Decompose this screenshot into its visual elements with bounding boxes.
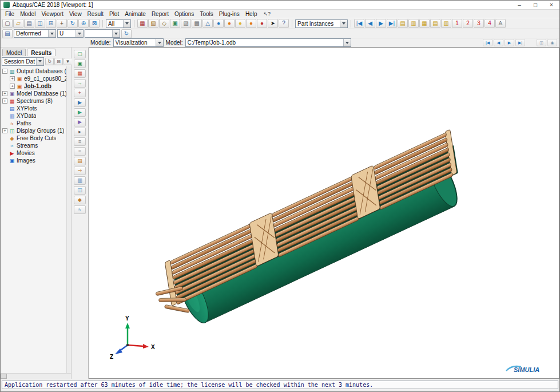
field-output-table-icon[interactable]: ▤ bbox=[398, 19, 408, 28]
primary-variable-combobox[interactable]: U bbox=[57, 29, 84, 38]
menu-options[interactable]: Options bbox=[172, 11, 197, 17]
tree-paths[interactable]: ≈ Paths bbox=[1, 120, 66, 127]
tile-viewports-icon[interactable]: ⊞ bbox=[46, 19, 56, 28]
sync-odb-button[interactable]: ↻ bbox=[121, 29, 132, 38]
context-help-icon[interactable]: ↖? bbox=[263, 11, 271, 17]
tree-expander-icon[interactable] bbox=[2, 151, 7, 156]
menu-viewport[interactable]: Viewport bbox=[38, 11, 66, 17]
view-3-button[interactable]: 3 bbox=[474, 19, 484, 28]
tree-vertical-scrollbar[interactable] bbox=[66, 66, 71, 373]
tab-model[interactable]: Model bbox=[2, 49, 26, 56]
user-views-button[interactable]: ♙ bbox=[495, 19, 506, 28]
viewport-canvas[interactable]: Y X Z bbox=[89, 48, 559, 379]
display-group-combobox[interactable]: Part instances bbox=[295, 19, 348, 28]
tree-collapse-button[interactable]: ⊟ bbox=[54, 58, 63, 65]
history-output-table-icon[interactable]: ▥ bbox=[408, 19, 419, 28]
tree-expander-icon[interactable] bbox=[2, 158, 7, 163]
info-button[interactable]: ● bbox=[213, 19, 224, 28]
dropdown-arrow-icon[interactable] bbox=[48, 30, 55, 37]
pan-view-icon[interactable]: + bbox=[57, 19, 67, 28]
tree-spectrums[interactable]: + ▦ Spectrums (8) bbox=[1, 97, 66, 105]
contour-options-icon[interactable]: ▤ bbox=[74, 157, 86, 165]
select-entities-icon[interactable]: ▦ bbox=[137, 19, 148, 28]
menu-help[interactable]: Help bbox=[243, 11, 260, 17]
previous-image-button[interactable]: ◀ bbox=[494, 39, 503, 46]
dropdown-arrow-icon[interactable] bbox=[36, 58, 43, 65]
tree-free-body-cuts[interactable]: ◆ Free Body Cuts bbox=[1, 134, 66, 142]
tree-streams[interactable]: ≈ Streams bbox=[1, 142, 66, 149]
plot-contours-icon[interactable]: ▦ bbox=[74, 69, 86, 78]
color-code-orange-icon[interactable]: ● bbox=[224, 19, 235, 28]
minimize-button[interactable]: – bbox=[511, 1, 527, 9]
plot-undeformed-icon[interactable]: ▢ bbox=[74, 50, 86, 58]
common-options-icon[interactable]: ≡ bbox=[74, 137, 86, 146]
tree-expander-icon[interactable]: + bbox=[2, 128, 7, 133]
plot-state-combobox[interactable]: Deformed bbox=[14, 29, 56, 38]
tree-expander-icon[interactable] bbox=[2, 143, 7, 148]
module-combobox[interactable]: Visualization bbox=[113, 38, 164, 47]
view-1-button[interactable]: 1 bbox=[452, 19, 462, 28]
tree-expander-icon[interactable] bbox=[2, 106, 7, 111]
dropdown-arrow-icon[interactable] bbox=[340, 20, 347, 27]
dropdown-arrow-icon[interactable] bbox=[123, 20, 130, 27]
close-button[interactable]: × bbox=[543, 1, 559, 9]
tree-odb-e9[interactable]: + ▣ e9_c1_cpus80_20161563998183.248.odb bbox=[1, 75, 66, 82]
tree-expander-icon[interactable]: + bbox=[2, 91, 7, 96]
render-hidden-icon[interactable]: ▨ bbox=[181, 19, 191, 28]
menu-view[interactable]: View bbox=[66, 11, 85, 17]
print-icon[interactable]: ▤ bbox=[24, 19, 34, 28]
plot-symbols-icon[interactable]: → bbox=[74, 79, 86, 88]
animate-harmonic-icon[interactable]: ▶ bbox=[74, 118, 86, 126]
last-frame-button[interactable]: ▶| bbox=[387, 19, 397, 28]
tree-refresh-button[interactable]: ↻ bbox=[45, 58, 54, 65]
color-code-red-icon[interactable]: ● bbox=[257, 19, 267, 28]
render-shaded-icon[interactable]: ▣ bbox=[170, 19, 180, 28]
component-combobox[interactable] bbox=[85, 29, 120, 38]
zoom-view-icon[interactable]: ⊕ bbox=[78, 19, 89, 28]
menu-plugins[interactable]: Plug-ins bbox=[216, 11, 243, 17]
first-image-button[interactable]: |◀ bbox=[483, 39, 493, 46]
query-info-icon[interactable]: ? bbox=[279, 19, 289, 28]
view-2-button[interactable]: 2 bbox=[463, 19, 473, 28]
free-body-cut-icon[interactable]: ◆ bbox=[74, 196, 86, 204]
menu-report[interactable]: Report bbox=[149, 11, 172, 17]
open-file-icon[interactable]: ▱ bbox=[13, 19, 23, 28]
session-data-combobox[interactable]: Session Data bbox=[2, 57, 44, 66]
menu-plot[interactable]: Plot bbox=[106, 11, 122, 17]
animate-time-history-icon[interactable]: ▶ bbox=[74, 108, 86, 117]
fit-view-icon[interactable]: ⊠ bbox=[89, 19, 100, 28]
tree-expander-icon[interactable] bbox=[2, 136, 7, 141]
tree-expander-icon[interactable] bbox=[2, 113, 7, 118]
symbol-options-icon[interactable]: ⇒ bbox=[74, 167, 86, 175]
menu-result[interactable]: Result bbox=[85, 11, 106, 17]
tab-results[interactable]: Results bbox=[27, 49, 55, 56]
tree-odb-job1[interactable]: + ▣ Job-1.odb bbox=[1, 82, 66, 90]
tree-expander-icon[interactable] bbox=[2, 121, 7, 126]
tree-expander-icon[interactable]: + bbox=[10, 76, 15, 81]
model-combobox[interactable]: C:/Temp/Job-1.odb bbox=[185, 38, 351, 47]
tree-output-databases[interactable]: - ▥ Output Databases (2) bbox=[1, 68, 66, 75]
play-animation-button[interactable]: ▶ bbox=[376, 19, 386, 28]
result-field-output-icon[interactable]: ▥ bbox=[74, 176, 86, 185]
tree-images[interactable]: ▣ Images bbox=[1, 157, 66, 164]
tree-expander-icon[interactable]: - bbox=[2, 69, 7, 74]
tree-expander-icon[interactable]: + bbox=[10, 84, 15, 89]
menu-animate[interactable]: Animate bbox=[122, 11, 149, 17]
menu-model[interactable]: Model bbox=[17, 11, 38, 17]
edit-selection-icon[interactable]: ▧ bbox=[148, 19, 158, 28]
menu-tools[interactable]: Tools bbox=[197, 11, 216, 17]
stream-options-icon[interactable]: ≈ bbox=[74, 205, 86, 214]
overlay-plot-button[interactable]: ◫ bbox=[537, 39, 546, 46]
animate-scale-factor-icon[interactable]: ▶ bbox=[74, 98, 86, 107]
tree-movies[interactable]: ▶ Movies bbox=[1, 149, 66, 157]
tree-expander-icon[interactable]: + bbox=[2, 98, 7, 104]
maximize-button[interactable]: □ bbox=[527, 1, 543, 9]
scrollbar-thumb[interactable] bbox=[1, 374, 7, 379]
tree-display-groups[interactable]: + ◫ Display Groups (1) bbox=[1, 127, 66, 134]
field-output-dialog-button[interactable]: ▤ bbox=[2, 29, 13, 38]
selection-filter-combobox[interactable]: All bbox=[106, 19, 131, 28]
plot-material-orientations-icon[interactable]: + bbox=[74, 89, 86, 97]
color-code-yellow-icon[interactable]: ● bbox=[235, 19, 245, 28]
dropdown-arrow-icon[interactable] bbox=[156, 39, 163, 46]
tree-xydata[interactable]: ▥ XYData bbox=[1, 112, 66, 120]
